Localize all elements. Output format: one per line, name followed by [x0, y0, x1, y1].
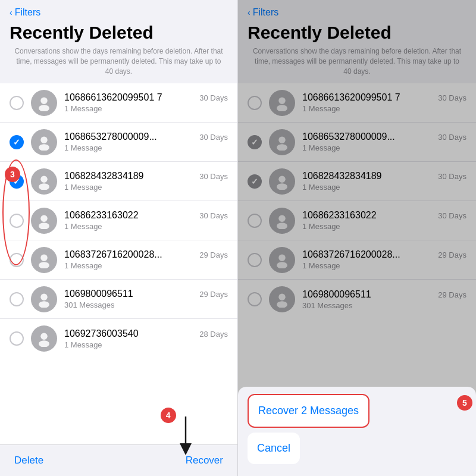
svg-point-13	[39, 341, 49, 347]
left-panel: 3 ‹ Filters Recently Deleted Conversatio…	[0, 0, 238, 476]
item-sub: 1 Message	[64, 261, 228, 270]
list-item[interactable]: 10683726716200028... 29 Days 1 Message	[0, 240, 237, 280]
person-icon	[36, 212, 52, 229]
person-icon	[36, 330, 52, 347]
list-item[interactable]: ✓ 1068653278000009... 30 Days 1 Message	[0, 123, 237, 162]
svg-point-10	[40, 293, 47, 300]
item-info: 10686233163022 30 Days 1 Message	[64, 210, 228, 231]
svg-point-2	[40, 136, 47, 143]
item-sub: 1 Message	[64, 222, 228, 231]
item-sub: 1 Message	[64, 143, 228, 152]
avatar	[31, 286, 57, 312]
annotation-4: 4	[161, 408, 176, 423]
item-days: 30 Days	[199, 172, 228, 181]
person-icon	[36, 291, 52, 308]
item-days: 29 Days	[199, 290, 228, 299]
radio-unchecked[interactable]	[10, 292, 24, 306]
person-icon	[36, 95, 52, 111]
bottom-bar-left: Delete Recover 4	[0, 444, 237, 476]
item-info: 106828432834189 30 Days 1 Message	[64, 171, 228, 192]
item-info: 10683726716200028... 29 Days 1 Message	[64, 249, 228, 270]
svg-point-9	[39, 262, 49, 268]
person-icon	[36, 252, 52, 268]
item-info: 1068653278000009... 30 Days 1 Message	[64, 131, 228, 152]
deleted-list-left: 10686613620099501 7 30 Days 1 Message ✓ …	[0, 83, 237, 444]
person-icon	[36, 173, 52, 190]
avatar	[31, 325, 57, 352]
modal-overlay: Recover 2 Messages 5 Cancel	[238, 0, 476, 476]
list-item[interactable]: 10692736003540 28 Days 1 Message	[0, 319, 237, 358]
svg-point-4	[40, 176, 47, 182]
item-name: 10683726716200028...	[64, 249, 195, 260]
annotation-arrow-4	[168, 416, 203, 458]
recover-messages-button[interactable]: Recover 2 Messages	[248, 394, 369, 428]
avatar	[31, 208, 57, 234]
action-sheet: Recover 2 Messages 5 Cancel	[238, 387, 476, 476]
list-item[interactable]: 1069800096511 29 Days 301 Messages	[0, 280, 237, 319]
delete-button[interactable]: Delete	[14, 452, 43, 469]
item-info: 1069800096511 29 Days 301 Messages	[64, 289, 228, 309]
svg-point-1	[39, 105, 49, 111]
avatar	[31, 168, 57, 195]
item-days: 30 Days	[199, 211, 228, 220]
avatar	[31, 90, 57, 116]
svg-point-3	[39, 144, 49, 151]
svg-point-12	[40, 333, 47, 340]
item-info: 10686613620099501 7 30 Days 1 Message	[64, 92, 228, 113]
item-sub: 1 Message	[64, 340, 228, 349]
svg-point-5	[39, 183, 49, 190]
person-icon	[36, 134, 52, 151]
item-days: 29 Days	[199, 250, 228, 259]
radio-unchecked[interactable]	[10, 96, 24, 110]
filters-link-left[interactable]: ‹ Filters	[10, 7, 228, 18]
item-days: 30 Days	[199, 93, 228, 102]
radio-unchecked[interactable]	[10, 331, 24, 346]
chevron-left-icon: ‹	[10, 8, 12, 17]
right-panel: ‹ Filters Recently Deleted Conversations…	[238, 0, 476, 476]
item-days: 30 Days	[199, 133, 228, 142]
radio-unchecked[interactable]	[10, 253, 24, 267]
item-sub: 1 Message	[64, 183, 228, 192]
svg-point-8	[40, 254, 47, 261]
annotation-3: 3	[5, 167, 20, 182]
checkmark-icon: ✓	[13, 138, 20, 146]
item-name: 10686613620099501 7	[64, 92, 195, 103]
item-sub: 301 Messages	[64, 300, 228, 309]
annotation-5: 5	[457, 395, 472, 411]
list-item[interactable]: 10686233163022 30 Days 1 Message	[0, 201, 237, 240]
avatar	[31, 129, 57, 155]
filters-label-left: Filters	[15, 7, 41, 18]
subtitle-left: Conversations show the days remaining be…	[0, 46, 237, 83]
radio-unchecked[interactable]	[10, 214, 24, 228]
svg-point-11	[39, 301, 49, 308]
item-sub: 1 Message	[64, 104, 228, 113]
avatar	[31, 247, 57, 273]
list-item[interactable]: 10686613620099501 7 30 Days 1 Message	[0, 83, 237, 123]
svg-point-0	[40, 97, 47, 104]
radio-checked[interactable]: ✓	[10, 135, 24, 149]
item-name: 1069800096511	[64, 289, 195, 299]
item-info: 10692736003540 28 Days 1 Message	[64, 328, 228, 349]
item-name: 10692736003540	[64, 328, 195, 339]
svg-point-7	[39, 223, 49, 229]
item-name: 106828432834189	[64, 171, 195, 181]
page-title-left: Recently Deleted	[0, 20, 237, 46]
list-item[interactable]: ✓ 106828432834189 30 Days 1 Message	[0, 162, 237, 201]
item-name: 10686233163022	[64, 210, 195, 221]
svg-point-6	[40, 215, 47, 221]
cancel-button[interactable]: Cancel	[248, 433, 300, 464]
item-days: 28 Days	[199, 330, 228, 339]
item-name: 1068653278000009...	[64, 131, 195, 142]
nav-bar-left: ‹ Filters	[0, 0, 237, 20]
